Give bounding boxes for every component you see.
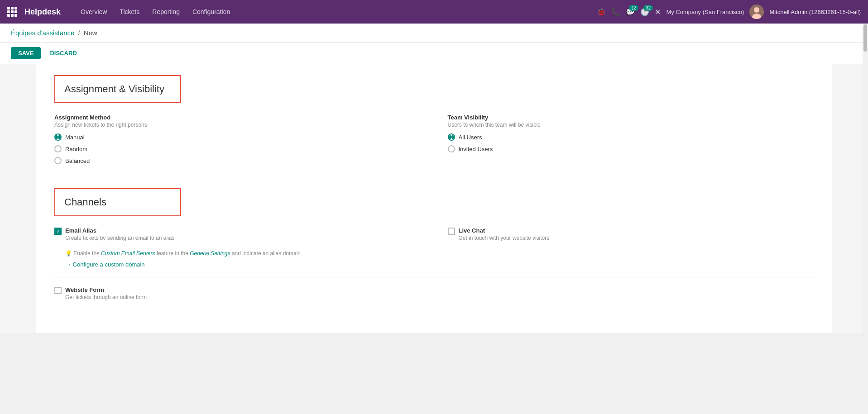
nav-link-overview[interactable]: Overview xyxy=(75,5,112,18)
assignment-section-title: Assignment & Visibility xyxy=(64,83,164,95)
radio-random-circle xyxy=(54,145,62,152)
assignment-form-row: Assignment Method Assign new tickets to … xyxy=(54,114,814,164)
user-avatar[interactable] xyxy=(749,5,764,19)
radio-balanced-label: Balanced xyxy=(65,157,90,164)
breadcrumb: Équipes d'assistance / New xyxy=(0,24,868,43)
radio-all-users[interactable]: All Users xyxy=(448,133,814,141)
live-chat-text: Live Chat Get in touch with your website… xyxy=(459,227,550,247)
email-alias-label: Email Alias xyxy=(65,227,174,234)
assignment-method-label: Assignment Method xyxy=(54,114,421,121)
website-form-right-col xyxy=(448,286,814,308)
nav-link-configuration[interactable]: Configuration xyxy=(187,5,235,18)
user-name: Mitchell Admin (12663261-15-0-all) xyxy=(769,9,861,15)
bug-icon[interactable]: 🐞 xyxy=(597,8,606,16)
team-visibility-label: Team Visibility xyxy=(448,114,814,121)
radio-invited-users[interactable]: Invited Users xyxy=(448,145,814,152)
website-form-label: Website Form xyxy=(65,286,147,293)
section-divider xyxy=(54,179,814,179)
chat-badge: 12 xyxy=(629,5,638,11)
general-settings-link[interactable]: General Settings xyxy=(190,250,230,257)
apps-grid-icon[interactable] xyxy=(7,7,17,17)
top-navigation: Helpdesk Overview Tickets Reporting Conf… xyxy=(0,0,868,24)
live-chat-checkbox[interactable] xyxy=(448,228,455,235)
email-alias-checkbox[interactable]: ✓ xyxy=(54,228,62,235)
team-visibility-desc: Users to whom this team will be visible xyxy=(448,122,814,128)
radio-balanced[interactable]: Balanced xyxy=(54,157,421,164)
live-chat-checkbox-row: Live Chat Get in touch with your website… xyxy=(448,227,814,247)
action-bar: SAVE DISCARD xyxy=(0,43,868,64)
clock-badge: 32 xyxy=(643,5,653,11)
save-button[interactable]: SAVE xyxy=(11,47,41,59)
website-form-checkbox-row: Website Form Get tickets through an onli… xyxy=(54,286,421,306)
assignment-method-col: Assignment Method Assign new tickets to … xyxy=(54,114,421,164)
scrollbar-track[interactable] xyxy=(863,24,868,333)
assignment-method-desc: Assign new tickets to the right persons xyxy=(54,122,421,128)
team-visibility-col: Team Visibility Users to whom this team … xyxy=(448,114,814,164)
email-alias-note: 💡 Enable the Custom Email Servers featur… xyxy=(65,250,421,257)
website-form-row: Website Form Get tickets through an onli… xyxy=(54,286,814,308)
radio-random[interactable]: Random xyxy=(54,145,421,152)
email-alias-checkbox-row: ✓ Email Alias Create tickets by sending … xyxy=(54,227,421,247)
live-chat-col: Live Chat Get in touch with your website… xyxy=(448,227,814,268)
website-form-checkbox[interactable] xyxy=(54,287,62,294)
channels-section: Channels ✓ Email Alias Create tickets by… xyxy=(54,188,814,308)
email-alias-desc: Create tickets by sending an email to an… xyxy=(65,235,174,241)
radio-random-label: Random xyxy=(65,146,87,152)
assignment-section-header: Assignment & Visibility xyxy=(54,75,181,103)
chat-icon[interactable]: 💬 12 xyxy=(626,8,635,16)
nav-link-reporting[interactable]: Reporting xyxy=(147,5,185,18)
scrollbar-thumb[interactable] xyxy=(863,24,867,52)
note-suffix: and indicate an alias domain xyxy=(230,250,301,257)
channels-form-row: ✓ Email Alias Create tickets by sending … xyxy=(54,227,814,268)
nav-right-icons: 🐞 📞 💬 12 🕐 32 ✕ My Company (San Francisc… xyxy=(597,5,861,19)
breadcrumb-separator: / xyxy=(78,29,80,37)
note-prefix: Enable the xyxy=(73,250,101,257)
main-content: Assignment & Visibility Assignment Metho… xyxy=(0,64,868,333)
nav-link-tickets[interactable]: Tickets xyxy=(114,5,145,18)
company-name: My Company (San Francisco) xyxy=(666,9,744,15)
radio-manual[interactable]: Manual xyxy=(54,133,421,141)
note-middle: feature in the xyxy=(155,250,190,257)
check-icon: ✓ xyxy=(56,229,60,234)
assignment-method-radio-group: Manual Random Balanced xyxy=(54,133,421,164)
live-chat-desc: Get in touch with your website visitors xyxy=(459,235,550,241)
email-alias-col: ✓ Email Alias Create tickets by sending … xyxy=(54,227,421,268)
nav-links: Overview Tickets Reporting Configuration xyxy=(75,5,593,18)
settings-icon[interactable]: ✕ xyxy=(655,8,661,16)
live-chat-label: Live Chat xyxy=(459,227,550,234)
assignment-visibility-section: Assignment & Visibility Assignment Metho… xyxy=(54,75,814,164)
website-form-col: Website Form Get tickets through an onli… xyxy=(54,286,421,308)
radio-invited-users-label: Invited Users xyxy=(459,146,493,152)
radio-all-users-label: All Users xyxy=(459,134,482,141)
clock-icon[interactable]: 🕐 32 xyxy=(640,8,649,16)
custom-email-link[interactable]: Custom Email Servers xyxy=(101,250,155,257)
radio-all-users-circle xyxy=(448,133,455,141)
breadcrumb-current: New xyxy=(84,29,97,37)
channels-section-header: Channels xyxy=(54,188,181,216)
website-form-desc: Get tickets through an online form xyxy=(65,294,147,300)
breadcrumb-parent[interactable]: Équipes d'assistance xyxy=(11,29,74,37)
team-visibility-radio-group: All Users Invited Users xyxy=(448,133,814,152)
radio-manual-label: Manual xyxy=(65,134,85,141)
radio-balanced-circle xyxy=(54,157,62,164)
radio-invited-users-circle xyxy=(448,145,455,152)
website-form-text: Website Form Get tickets through an onli… xyxy=(65,286,147,306)
channels-section-title: Channels xyxy=(64,196,106,208)
radio-manual-circle xyxy=(54,133,62,141)
discard-button[interactable]: DISCARD xyxy=(44,47,82,59)
svg-point-1 xyxy=(754,7,759,13)
phone-icon[interactable]: 📞 xyxy=(611,8,620,16)
lightbulb-icon: 💡 xyxy=(65,250,72,257)
app-brand: Helpdesk xyxy=(24,7,61,17)
email-alias-text: Email Alias Create tickets by sending an… xyxy=(65,227,174,247)
configure-domain-link[interactable]: → Configure a custom domain xyxy=(65,261,421,268)
channels-inner-divider xyxy=(54,277,814,277)
